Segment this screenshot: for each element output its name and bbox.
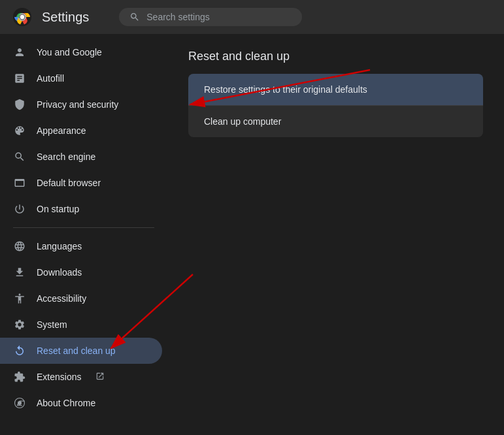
sidebar-item-you-and-google[interactable]: You and Google	[0, 39, 162, 65]
topbar: Settings	[0, 0, 504, 34]
chrome-logo-icon	[13, 8, 31, 26]
downloads-icon	[13, 266, 26, 279]
search-icon	[129, 12, 140, 22]
sidebar-item-downloads[interactable]: Downloads	[0, 259, 162, 285]
sidebar-label-appearance: Appearance	[37, 125, 86, 136]
reset-icon	[13, 344, 26, 357]
sidebar-item-privacy-security[interactable]: Privacy and security	[0, 91, 162, 118]
sidebar-item-autofill[interactable]: Autofill	[0, 65, 162, 91]
sidebar-label-reset-cleanup: Reset and clean up	[37, 346, 116, 356]
search-bar[interactable]	[119, 8, 302, 26]
sidebar-item-on-startup[interactable]: On startup	[0, 196, 162, 222]
sidebar-divider	[13, 227, 154, 228]
sidebar-label-search-engine: Search engine	[37, 152, 95, 162]
languages-icon	[13, 240, 26, 253]
accessibility-icon	[13, 292, 26, 305]
sidebar-label-system: System	[37, 319, 67, 330]
sidebar-label-autofill: Autofill	[37, 73, 64, 84]
sidebar-label-you-and-google: You and Google	[37, 47, 102, 57]
sidebar-label-languages: Languages	[37, 241, 82, 251]
sidebar-label-downloads: Downloads	[37, 267, 82, 278]
restore-defaults-label: Restore settings to their original defau…	[204, 84, 367, 95]
sidebar-item-reset-cleanup[interactable]: Reset and clean up	[0, 338, 162, 364]
palette-icon	[13, 124, 26, 137]
sidebar-label-privacy: Privacy and security	[37, 99, 118, 110]
sidebar-label-default-browser: Default browser	[37, 178, 101, 188]
sidebar-item-accessibility[interactable]: Accessibility	[0, 285, 162, 312]
external-link-icon	[95, 372, 105, 383]
cleanup-computer-label: Clean up computer	[204, 116, 281, 127]
svg-point-3	[20, 15, 25, 20]
browser-icon	[13, 176, 26, 189]
section-title: Reset and clean up	[188, 50, 483, 63]
startup-icon	[13, 202, 26, 216]
sidebar-label-on-startup: On startup	[37, 204, 79, 214]
search-engine-icon	[13, 150, 26, 163]
person-icon	[13, 46, 26, 59]
sidebar-label-about-chrome: About Chrome	[37, 398, 95, 408]
extensions-icon	[13, 370, 26, 383]
sidebar-item-system[interactable]: System	[0, 312, 162, 338]
sidebar-item-extensions[interactable]: Extensions	[0, 364, 162, 390]
sidebar-label-extensions: Extensions	[37, 372, 81, 382]
menu-item-restore-defaults[interactable]: Restore settings to their original defau…	[188, 74, 483, 106]
sidebar-item-search-engine[interactable]: Search engine	[0, 144, 162, 170]
sidebar-item-languages[interactable]: Languages	[0, 233, 162, 259]
menu-item-cleanup-computer[interactable]: Clean up computer	[188, 106, 483, 137]
shield-icon	[13, 98, 26, 111]
search-input[interactable]	[146, 12, 292, 22]
sidebar-item-appearance[interactable]: Appearance	[0, 118, 162, 144]
sidebar: You and Google Autofill Privacy and secu…	[0, 34, 167, 435]
autofill-icon	[13, 72, 26, 85]
sidebar-label-accessibility: Accessibility	[37, 293, 86, 304]
page-title: Settings	[42, 10, 89, 25]
content-area: Reset and clean up Restore settings to t…	[167, 34, 504, 435]
sidebar-item-about-chrome[interactable]: About Chrome	[0, 390, 162, 416]
menu-list: Restore settings to their original defau…	[188, 74, 483, 137]
about-chrome-icon	[13, 396, 26, 410]
sidebar-item-default-browser[interactable]: Default browser	[0, 170, 162, 196]
system-icon	[13, 318, 26, 331]
main-layout: You and Google Autofill Privacy and secu…	[0, 34, 504, 435]
